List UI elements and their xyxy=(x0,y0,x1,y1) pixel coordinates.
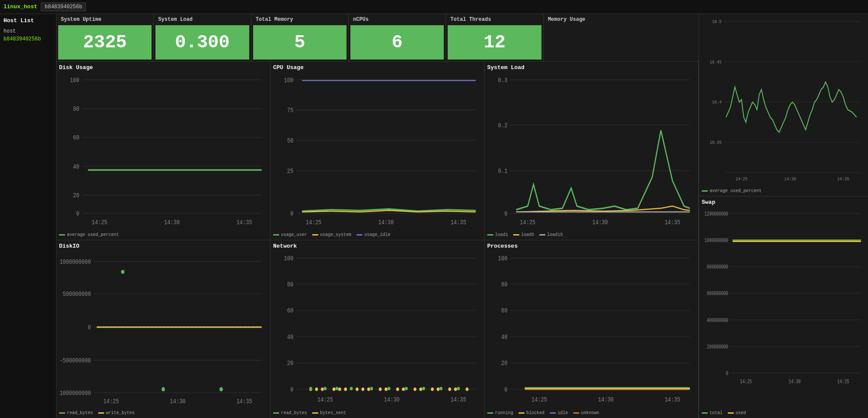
svg-text:0: 0 xyxy=(88,324,91,331)
svg-text:25: 25 xyxy=(287,168,293,175)
svg-text:80: 80 xyxy=(501,281,507,288)
main-layout: Host List host b8483940256b System Uptim… xyxy=(0,14,868,418)
svg-text:0.3: 0.3 xyxy=(498,76,508,84)
svg-text:200000000: 200000000 xyxy=(707,344,729,350)
svg-point-90 xyxy=(465,387,469,391)
svg-text:14:35: 14:35 xyxy=(237,398,252,405)
processes-chart: 100 80 60 40 20 0 14:25 14:30 14:35 xyxy=(487,251,696,410)
svg-text:14:25: 14:25 xyxy=(736,176,748,182)
svg-point-91 xyxy=(309,387,312,390)
stat-memory: Total Memory 5 xyxy=(251,14,349,61)
stat-threads-value: 12 xyxy=(448,25,541,60)
legend-net-read: read_bytes xyxy=(273,411,307,415)
svg-point-73 xyxy=(321,387,324,391)
legend-write-bytes: write_bytes xyxy=(98,411,135,415)
processes-title: Processes xyxy=(487,243,696,249)
cpu-usage-chart: 100 75 50 25 0 14:25 14:30 14:35 xyxy=(273,73,482,232)
legend-swap-total: total xyxy=(702,411,723,415)
svg-text:1000000000: 1000000000 xyxy=(704,238,728,244)
disk-usage-panel: Disk Usage 100 80 60 40 xyxy=(56,62,271,240)
sidebar-item-host[interactable]: host xyxy=(3,27,53,35)
svg-text:0: 0 xyxy=(76,210,79,218)
svg-point-85 xyxy=(419,387,422,391)
memory-usage-chart: 10.5 10.45 10.4 10.35 14:25 14:30 14:35 xyxy=(702,17,865,188)
svg-text:80: 80 xyxy=(287,281,293,288)
legend-mem-avg: average used_percent xyxy=(702,189,762,193)
svg-point-72 xyxy=(315,387,318,391)
charts-row-1: Disk Usage 100 80 60 40 xyxy=(56,62,699,240)
svg-text:40: 40 xyxy=(73,163,79,171)
svg-text:1000000000: 1000000000 xyxy=(59,258,91,265)
svg-text:20: 20 xyxy=(73,192,79,199)
svg-text:10.5: 10.5 xyxy=(712,20,722,25)
svg-text:14:25: 14:25 xyxy=(317,396,333,403)
stat-threads: Total Threads 12 xyxy=(446,14,543,61)
svg-text:14:30: 14:30 xyxy=(170,398,185,405)
legend-load1: load1 xyxy=(487,232,508,237)
legend-running: running xyxy=(487,411,513,415)
legend-net-sent: bytes_sent xyxy=(312,411,346,415)
swap-panel: Swap 1200000000 1000000000 800000000 600… xyxy=(699,196,868,418)
svg-text:10.4: 10.4 xyxy=(712,100,722,105)
system-load-legend: load1 load5 load15 xyxy=(487,232,696,237)
host-label[interactable]: linux_host xyxy=(3,3,37,10)
diskio-legend: read_bytes write_bytes xyxy=(59,411,267,415)
svg-text:14:35: 14:35 xyxy=(665,396,680,403)
svg-text:0: 0 xyxy=(504,210,507,218)
diskio-title: DiskIO xyxy=(59,243,267,249)
diskio-panel: DiskIO 1000000000 500000000 0 -500000000… xyxy=(56,240,271,418)
svg-point-52 xyxy=(121,269,125,274)
svg-text:100: 100 xyxy=(70,76,79,84)
svg-text:10.45: 10.45 xyxy=(710,60,722,65)
svg-text:400000000: 400000000 xyxy=(707,317,729,323)
stat-ncpus: nCPUs 6 xyxy=(349,14,446,61)
sidebar-item-id[interactable]: b8483940256b xyxy=(3,35,53,43)
swap-legend: total used xyxy=(702,411,865,415)
svg-point-87 xyxy=(437,387,440,391)
svg-text:50: 50 xyxy=(287,137,293,145)
legend-usage-idle: usage_idle xyxy=(356,232,390,237)
svg-text:14:30: 14:30 xyxy=(789,378,801,385)
svg-text:1200000000: 1200000000 xyxy=(704,211,728,217)
processes-panel: Processes 100 80 60 40 20 0 xyxy=(485,240,699,418)
top-bar: linux_host b8483940256b xyxy=(0,0,868,14)
legend-read-bytes: read_bytes xyxy=(59,411,93,415)
svg-point-100 xyxy=(457,387,460,390)
sidebar-title: Host List xyxy=(3,17,53,24)
stat-load-title: System Load xyxy=(154,14,251,23)
svg-text:40: 40 xyxy=(287,333,293,340)
svg-text:14:25: 14:25 xyxy=(520,219,535,226)
svg-point-74 xyxy=(333,387,336,391)
stat-uptime: System Uptime 2325 xyxy=(56,14,154,61)
swap-title: Swap xyxy=(702,199,865,206)
legend-swap-used: used xyxy=(728,411,746,415)
memory-usage-panel: 10.5 10.45 10.4 10.35 14:25 14:30 14:35 … xyxy=(699,14,868,196)
legend-load5: load5 xyxy=(513,232,534,237)
network-legend: read_bytes bytes_sent xyxy=(273,411,482,415)
svg-text:-1000000000: -1000000000 xyxy=(59,389,91,396)
svg-point-95 xyxy=(370,387,373,390)
svg-point-79 xyxy=(367,387,370,391)
svg-text:80: 80 xyxy=(73,106,79,113)
svg-point-89 xyxy=(454,387,457,391)
svg-text:100: 100 xyxy=(284,76,294,84)
svg-point-84 xyxy=(413,387,416,391)
svg-point-81 xyxy=(385,387,388,391)
svg-point-94 xyxy=(350,387,353,390)
svg-text:14:25: 14:25 xyxy=(306,219,321,226)
host-id[interactable]: b8483940256b xyxy=(41,3,86,11)
svg-text:40: 40 xyxy=(501,333,507,340)
processes-legend: running blocked idle unknown xyxy=(487,411,696,415)
stat-memory-value: 5 xyxy=(253,25,347,60)
svg-text:14:25: 14:25 xyxy=(92,219,107,226)
svg-text:60: 60 xyxy=(501,307,507,314)
svg-text:10.35: 10.35 xyxy=(710,140,722,146)
svg-text:14:30: 14:30 xyxy=(784,176,796,182)
system-load-chart: 0.3 0.2 0.1 0 14:25 14:30 14:35 xyxy=(487,73,696,232)
svg-text:14:35: 14:35 xyxy=(837,176,849,182)
svg-text:0: 0 xyxy=(504,386,507,393)
svg-point-53 xyxy=(162,387,165,391)
stat-load-value: 0.300 xyxy=(155,25,249,60)
svg-text:75: 75 xyxy=(287,107,293,114)
svg-point-54 xyxy=(219,387,223,391)
